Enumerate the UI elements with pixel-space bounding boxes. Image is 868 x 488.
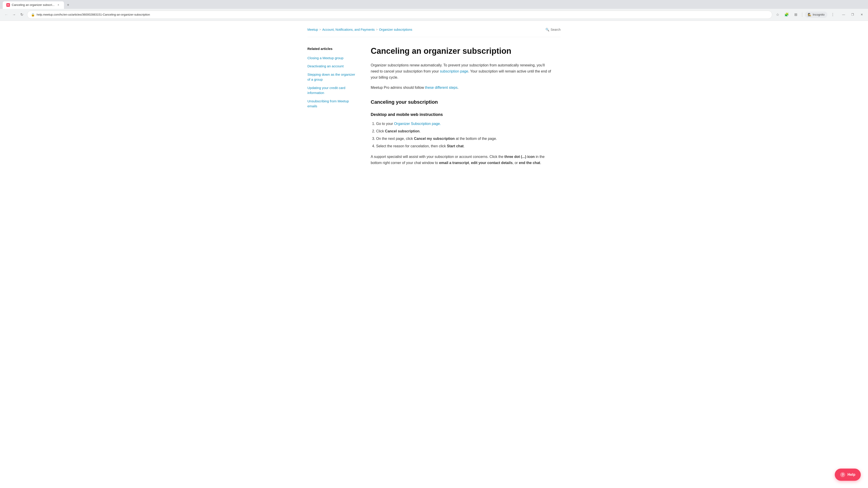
toolbar-right: ☆ 🧩 ⊞ 🕵 Incognito ⋮: [774, 11, 836, 18]
main-content: Related articles Closing a Meetup group …: [307, 37, 561, 179]
organizer-subscription-link[interactable]: Organizer Subscription page.: [394, 122, 441, 126]
forward-button[interactable]: →: [10, 11, 18, 18]
breadcrumb: Meetup > Account, Notifications, and Pay…: [307, 27, 412, 32]
step-4-bold: Start chat: [447, 144, 464, 148]
sidebar-link-stepping-down[interactable]: Stepping down as the organizer of a grou…: [307, 72, 357, 82]
step-1: Go to your Organizer Subscription page.: [376, 121, 552, 127]
intro-p2-before: Meetup Pro admins should follow: [371, 86, 425, 90]
new-tab-button[interactable]: +: [65, 2, 71, 8]
step-4: Select the reason for cancelation, then …: [376, 143, 552, 149]
note-before: A support specialist will assist with yo…: [371, 155, 504, 159]
close-window-button[interactable]: ✕: [858, 11, 865, 18]
note-end-before: , or: [513, 161, 519, 165]
step-3: On the next page, click Cancel my subscr…: [376, 135, 552, 142]
step-2-bold: Cancel subscription: [385, 129, 420, 133]
minimize-button[interactable]: —: [840, 11, 847, 18]
refresh-button[interactable]: ↻: [18, 11, 25, 18]
article-title: Canceling an organizer subscription: [371, 46, 552, 56]
intro-paragraph-1: Organizer subscriptions renew automatica…: [371, 62, 552, 80]
step-2: Click Cancel subscription.: [376, 128, 552, 134]
breadcrumb-sep-1: >: [319, 28, 321, 32]
split-button[interactable]: ⊞: [792, 11, 799, 18]
intro-paragraph-2: Meetup Pro admins should follow these di…: [371, 85, 552, 91]
browser-chrome: m Canceling an organizer subscri... × + …: [0, 0, 868, 21]
incognito-label: Incognito: [813, 12, 825, 17]
incognito-icon: 🕵: [808, 12, 811, 17]
maximize-button[interactable]: ❐: [849, 11, 856, 18]
sidebar-link-updating-credit-card[interactable]: Updating your credit card information: [307, 86, 357, 96]
step-2-before: Click: [376, 129, 385, 133]
sidebar-link-closing[interactable]: Closing a Meetup group: [307, 56, 357, 61]
sidebar-link-deactivating[interactable]: Deactivating an account: [307, 64, 357, 69]
bookmark-button[interactable]: ☆: [774, 11, 781, 18]
intro-p2-after: .: [458, 86, 458, 90]
tab-favicon: m: [6, 3, 10, 7]
tab-bar: m Canceling an organizer subscri... × +: [0, 0, 868, 9]
search-label: Search: [551, 27, 561, 32]
section-1-title: Canceling your subscription: [371, 98, 552, 106]
article-body: Organizer subscriptions renew automatica…: [371, 62, 552, 166]
note-end: .: [540, 161, 541, 165]
note-paragraph: A support specialist will assist with yo…: [371, 154, 552, 166]
subscription-page-link[interactable]: subscription page: [440, 69, 468, 73]
breadcrumb-account[interactable]: Account, Notifications, and Payments: [322, 27, 375, 32]
note-comma: ,: [469, 161, 471, 165]
page-wrapper: Meetup > Account, Notifications, and Pay…: [298, 21, 569, 179]
steps-list: Go to your Organizer Subscription page. …: [371, 121, 552, 149]
step-3-bold: Cancel my subscription: [414, 137, 455, 140]
section-1-sub: Desktop and mobile web instructions: [371, 111, 552, 118]
step-3-before: On the next page, click: [376, 137, 414, 140]
sidebar-link-unsubscribing[interactable]: Unsubscribing from Meetup emails: [307, 99, 357, 109]
browser-toolbar: ← → ↻ 🔒 help.meetup.com/hc/en-us/article…: [0, 9, 868, 21]
step-2-after: .: [420, 129, 421, 133]
back-button[interactable]: ←: [3, 11, 10, 18]
breadcrumb-current: Organizer subscriptions: [379, 27, 412, 32]
address-bar[interactable]: 🔒 help.meetup.com/hc/en-us/articles/3600…: [27, 11, 772, 19]
step-4-before: Select the reason for cancelation, then …: [376, 144, 447, 148]
note-bold4: end the chat: [519, 161, 540, 165]
step-3-after: at the bottom of the page.: [455, 137, 497, 140]
menu-button[interactable]: ⋮: [829, 11, 836, 18]
lock-icon: 🔒: [31, 12, 35, 17]
extensions-button[interactable]: 🧩: [783, 11, 790, 18]
step-1-before: Go to your: [376, 122, 394, 126]
active-tab[interactable]: m Canceling an organizer subscri... ×: [3, 1, 64, 9]
search-area[interactable]: 🔍 Search: [546, 27, 561, 32]
note-bold2: email a transcript: [439, 161, 469, 165]
tab-title: Canceling an organizer subscri...: [12, 3, 55, 7]
note-bold1: three dot (...) icon: [504, 155, 535, 159]
sidebar-title: Related articles: [307, 46, 357, 52]
step-4-after: .: [464, 144, 465, 148]
breadcrumb-meetup[interactable]: Meetup: [307, 27, 318, 32]
note-bold3: edit your contact details: [471, 161, 513, 165]
sidebar: Related articles Closing a Meetup group …: [307, 46, 357, 170]
breadcrumb-bar: Meetup > Account, Notifications, and Pay…: [307, 21, 561, 37]
url-text: help.meetup.com/hc/en-us/articles/360002…: [37, 12, 768, 17]
breadcrumb-sep-2: >: [376, 28, 378, 32]
tab-close-button[interactable]: ×: [56, 3, 60, 7]
search-icon: 🔍: [546, 27, 549, 32]
article-content: Canceling an organizer subscription Orga…: [371, 46, 552, 170]
incognito-button[interactable]: 🕵 Incognito: [805, 11, 827, 18]
different-steps-link[interactable]: these different steps: [425, 86, 458, 90]
